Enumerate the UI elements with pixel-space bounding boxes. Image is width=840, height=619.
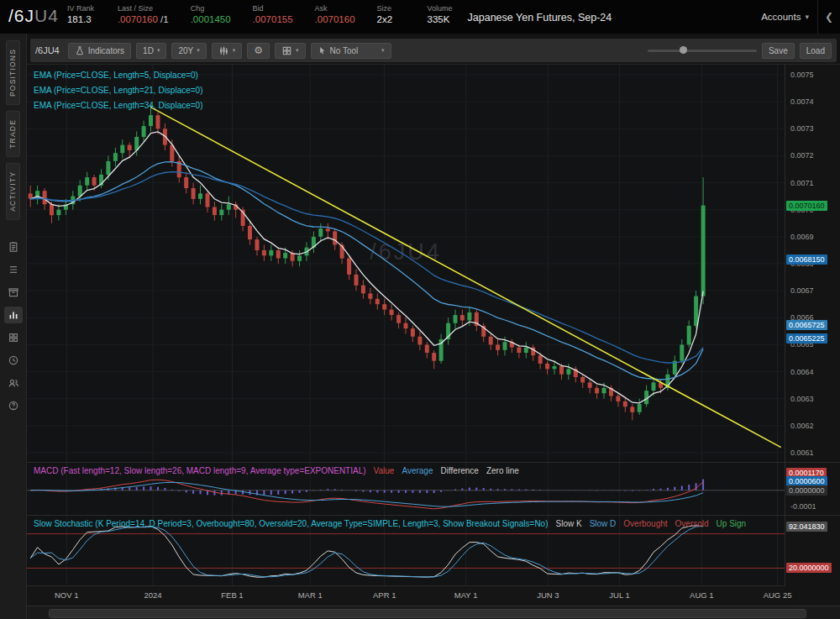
price-axis: 0.00750.00740.00730.00720.00710.00700.00… <box>785 64 840 462</box>
collapse-panel-button[interactable]: ❮ <box>817 0 840 34</box>
time-tick: JUL 1 <box>609 590 629 600</box>
ema-line-5 <box>30 132 703 403</box>
time-tick: JUN 3 <box>537 590 559 600</box>
quote-field-chg: Chg.0001450 <box>191 3 231 34</box>
ema-tag-34: 0.0065225 <box>786 333 827 344</box>
sidebar-tabs: POSITIONSTRADEACTIVITY <box>0 34 26 220</box>
axis-tick: 0.0062 <box>790 421 814 431</box>
quote-field-label: Bid <box>253 3 293 13</box>
symbol-contract: U4 <box>34 6 59 25</box>
time-tick: AUG 1 <box>690 590 714 600</box>
price-chart-panel[interactable]: /6JU4EMA (Price=CLOSE, Length=5, Displac… <box>27 64 785 462</box>
stochastic-tag-1: 20.0000000 <box>786 563 832 573</box>
macd-value-line <box>30 480 703 509</box>
axis-tick: 0.0063 <box>790 394 814 404</box>
chevron-down-icon: ▾ <box>197 47 200 54</box>
axis-tick: -0.0001 <box>790 501 816 511</box>
axis-tick: 0.0073 <box>790 123 814 134</box>
quote-field-value: .0070155 <box>253 13 293 26</box>
quote-field-ask: Ask.0070160 <box>315 3 355 34</box>
chart-region: /6JU4 Indicators 1D▾ 20Y▾ ▾ ⚙ ▾ No Tool … <box>27 34 840 619</box>
chart-toolbar: /6JU4 Indicators 1D▾ 20Y▾ ▾ ⚙ ▾ No Tool … <box>30 39 837 62</box>
candles <box>29 104 706 420</box>
instrument-name: Japanese Yen Futures, Sep-24 <box>468 12 612 34</box>
ema-tag-21: 0.0065725 <box>786 320 827 330</box>
quote-field-label: IV Rank <box>67 3 96 13</box>
save-button[interactable]: Save <box>762 43 795 59</box>
axis-tick: 0.0072 <box>790 150 814 160</box>
axis-tick: 0.0067 <box>790 286 814 296</box>
users-icon[interactable] <box>4 375 23 391</box>
list-icon[interactable] <box>4 261 23 278</box>
quote-field-value: 181.3 <box>67 13 96 26</box>
quote-field-value: 335K <box>428 13 456 26</box>
symbol-root: /6J <box>8 6 34 25</box>
time-tick: APR 1 <box>373 590 396 600</box>
accounts-dropdown[interactable]: Accounts ▾ <box>753 0 817 34</box>
toolbar-symbol: /6JU4 <box>35 45 60 55</box>
indicators-button[interactable]: Indicators <box>68 43 131 59</box>
accounts-label: Accounts <box>761 12 801 22</box>
flask-icon <box>75 45 85 56</box>
slow-k-line <box>30 526 703 578</box>
tool-dropdown[interactable]: No Tool ▾ <box>311 43 391 59</box>
quote-field-last-size: Last / Size.0070160 /1 <box>118 3 169 34</box>
chart-scrollbar[interactable] <box>27 606 840 619</box>
sidebar-tab-positions[interactable]: POSITIONS <box>6 40 20 105</box>
scrollbar-handle[interactable] <box>49 609 806 618</box>
quote-field-label: Volume <box>428 3 456 13</box>
sidebar-tab-activity[interactable]: ACTIVITY <box>6 163 20 220</box>
layout-dropdown[interactable]: ▾ <box>275 43 306 59</box>
macd-label: MACD (Fast length=12, Slow length=26, MA… <box>34 464 519 479</box>
stochastic-label: Slow Stochastic (K Period=14, D Period=3… <box>34 517 746 532</box>
slider-handle[interactable] <box>680 46 687 54</box>
macd-legend-item: Average <box>402 466 433 475</box>
macd-panel[interactable]: MACD (Fast length=12, Slow length=26, MA… <box>27 462 785 515</box>
help-icon[interactable] <box>4 397 23 414</box>
clock-icon[interactable] <box>4 352 23 369</box>
stochastic-legend-item: Oversold <box>675 519 709 528</box>
macd-histogram <box>30 480 703 496</box>
macd-axis: 0.00011700.00006000.0000000-0.0001 <box>785 462 840 515</box>
stochastic-legend-item: Slow K <box>556 519 582 528</box>
axis-tick: 0.0075 <box>790 70 814 80</box>
time-tick: NOV 1 <box>55 590 79 600</box>
clipboard-icon[interactable] <box>4 239 23 255</box>
ema-line-34 <box>30 172 703 363</box>
quote-field-value: .0001450 <box>191 13 231 26</box>
axis-tick: 0.0064 <box>790 367 814 377</box>
stochastic-axis: 92.04183020.0000000 <box>785 515 840 586</box>
quote-field-label: Last / Size <box>118 3 169 13</box>
axis-tick: 0.0069 <box>790 232 814 242</box>
settings-button[interactable]: ⚙ <box>247 43 270 59</box>
time-tick: MAR 1 <box>298 590 323 600</box>
slider-track <box>648 50 757 52</box>
quote-field-label: Ask <box>315 3 355 13</box>
axis-tick: 0.0061 <box>790 448 814 458</box>
stochastic-panel[interactable]: Slow Stochastic (K Period=14, D Period=3… <box>27 515 785 586</box>
macd-tag-2: 0.0000000 <box>786 485 827 496</box>
ema-tag-5: 0.0068150 <box>786 254 827 265</box>
macd-average-line <box>30 482 703 506</box>
tool-label: No Tool <box>330 46 359 55</box>
stochastic-legend-item: Up Sign <box>717 519 747 528</box>
load-button[interactable]: Load <box>800 43 832 59</box>
candlestick-icon <box>218 45 229 56</box>
quote-field-iv-rank: IV Rank181.3 <box>67 3 96 34</box>
chart-icon[interactable] <box>4 307 23 323</box>
sidebar-tab-trade[interactable]: TRADE <box>6 111 20 157</box>
ema-label-21: EMA (Price=CLOSE, Length=21, Displace=0) <box>34 83 203 98</box>
quote-field-label: Size <box>377 3 406 13</box>
archive-icon[interactable] <box>4 284 23 301</box>
grid-icon[interactable] <box>4 329 23 346</box>
trading-app-window: /6JU4 IV Rank181.3Last / Size.0070160 /1… <box>0 0 840 619</box>
zoom-slider[interactable] <box>648 45 757 56</box>
quote-field-size: Size2x2 <box>377 3 406 34</box>
time-tick: MAY 1 <box>454 590 478 600</box>
timeframe-dropdown[interactable]: 1D▾ <box>136 43 166 59</box>
time-tick: 2024 <box>144 590 161 600</box>
indicators-label: Indicators <box>88 46 124 55</box>
range-dropdown[interactable]: 20Y▾ <box>171 43 206 59</box>
sidebar-icons <box>0 239 26 414</box>
chart-type-dropdown[interactable]: ▾ <box>212 43 243 59</box>
